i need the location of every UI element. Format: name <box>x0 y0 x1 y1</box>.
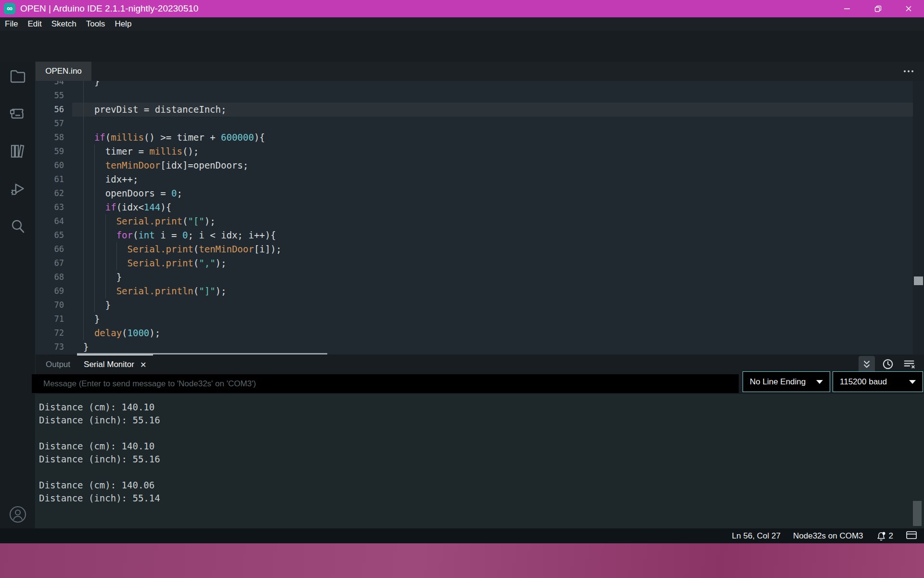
sidebar-item-sketchbook[interactable] <box>8 66 27 86</box>
code-line-73[interactable]: 73} <box>36 340 924 354</box>
line-number: 58 <box>36 131 64 144</box>
code-line-63[interactable]: 63 if(idx<144){ <box>36 200 924 214</box>
menu-item-tools[interactable]: Tools <box>81 19 110 29</box>
code-line-57[interactable]: 57 <box>36 117 924 131</box>
search-icon <box>10 218 26 235</box>
code-line-60[interactable]: 60 tenMinDoor[idx]=openDoors; <box>36 158 924 172</box>
books-icon <box>9 143 26 160</box>
code-line-59[interactable]: 59 timer = millis(); <box>36 144 924 158</box>
editor-tab-bar: OPEN.ino <box>36 62 924 81</box>
title-bar: ∞ OPEN | Arduino IDE 2.1.1-nightly-20230… <box>0 0 924 17</box>
code-line-71[interactable]: 71 } <box>36 312 924 326</box>
line-number: 69 <box>36 284 64 298</box>
clear-output-icon <box>903 358 915 370</box>
account-icon <box>9 505 27 524</box>
baud-rate-dropdown[interactable]: 115200 baud <box>833 371 923 392</box>
code-text: Serial.println("]"); <box>83 284 226 298</box>
code-line-56[interactable]: 56 prevDist = distanceInch; <box>36 103 924 117</box>
sidebar-item-boards-manager[interactable] <box>8 104 27 123</box>
bottom-panel-header: OutputSerial Monitor✕ <box>36 355 924 374</box>
serial-output-line: Distance (cm): 140.10 <box>39 440 924 453</box>
collapse-panel-button[interactable] <box>859 356 875 372</box>
panel-tabs: OutputSerial Monitor✕ <box>36 355 153 374</box>
code-line-69[interactable]: 69 Serial.println("]"); <box>36 284 924 298</box>
sidebar-item-debug[interactable] <box>8 179 27 198</box>
indent-guide <box>83 117 84 131</box>
chevron-down-icon <box>909 380 916 384</box>
code-line-67[interactable]: 67 Serial.print(","); <box>36 256 924 270</box>
code-line-70[interactable]: 70 } <box>36 298 924 312</box>
panel-tab-output[interactable]: Output <box>39 355 77 374</box>
code-text: } <box>83 340 89 354</box>
serial-output-line: Distance (inch): 55.16 <box>39 414 924 427</box>
menu-item-sketch[interactable]: Sketch <box>47 19 81 29</box>
panel-tab-label: Output <box>46 360 70 369</box>
menu-item-edit[interactable]: Edit <box>23 19 46 29</box>
editor-scrollbar-thumb[interactable] <box>914 276 923 285</box>
restore-icon <box>874 5 882 13</box>
code-line-72[interactable]: 72 delay(1000); <box>36 326 924 340</box>
code-line-66[interactable]: 66 Serial.print(tenMinDoor[i]); <box>36 242 924 256</box>
line-number: 71 <box>36 312 64 326</box>
editor-more-actions-button[interactable] <box>904 70 913 72</box>
code-line-65[interactable]: 65 for(int i = 0; i < idx; i++){ <box>36 228 924 242</box>
board-connection-status[interactable]: Node32s on COM3 <box>793 531 863 541</box>
line-ending-dropdown[interactable]: No Line Ending <box>743 371 830 392</box>
line-ending-value: No Line Ending <box>750 377 806 387</box>
indent-guide <box>83 89 84 103</box>
code-text: delay(1000); <box>83 326 160 340</box>
serial-monitor-output[interactable]: Distance (cm): 140.10Distance (inch): 55… <box>36 394 924 528</box>
code-text: Serial.print(tenMinDoor[i]); <box>83 242 282 256</box>
menu-item-help[interactable]: Help <box>110 19 136 29</box>
line-number: 55 <box>36 89 64 103</box>
code-text: } <box>83 298 111 312</box>
editor-scrollbar-track[interactable] <box>913 81 924 355</box>
notifications-button[interactable]: 2 <box>876 531 893 541</box>
clear-output-button[interactable] <box>901 356 917 372</box>
close-tab-icon[interactable]: ✕ <box>140 360 146 369</box>
code-line-64[interactable]: 64 Serial.print("["); <box>36 214 924 228</box>
window-title: OPEN | Arduino IDE 2.1.1-nightly-2023051… <box>20 3 198 14</box>
line-number: 62 <box>36 186 64 200</box>
code-text: tenMinDoor[idx]=openDoors; <box>83 158 248 172</box>
board-icon <box>9 105 26 122</box>
line-number: 54 <box>36 81 64 89</box>
account-button[interactable] <box>8 505 27 524</box>
tab-open-ino[interactable]: OPEN.ino <box>36 62 91 81</box>
code-text: idx++; <box>83 172 138 186</box>
close-button[interactable] <box>893 0 924 17</box>
minimize-button[interactable] <box>832 0 862 17</box>
serial-scrollbar-thumb[interactable] <box>913 501 922 526</box>
line-number: 70 <box>36 298 64 312</box>
line-number: 65 <box>36 228 64 242</box>
code-text: Serial.print(","); <box>83 256 226 270</box>
code-line-62[interactable]: 62 openDoors = 0; <box>36 186 924 200</box>
code-editor[interactable]: 54 }5556 prevDist = distanceInch;5758 if… <box>36 81 924 355</box>
line-number: 61 <box>36 172 64 186</box>
line-number: 72 <box>36 326 64 340</box>
code-line-61[interactable]: 61 idx++; <box>36 172 924 186</box>
code-line-68[interactable]: 68 } <box>36 270 924 284</box>
sidebar-item-search[interactable] <box>8 217 27 236</box>
code-text: } <box>83 312 100 326</box>
code-line-58[interactable]: 58 if(millis() >= timer + 600000){ <box>36 131 924 144</box>
sidebar-item-library-manager[interactable] <box>8 142 27 161</box>
serial-output-line: Distance (cm): 140.10 <box>39 401 924 414</box>
serial-message-input[interactable] <box>32 374 739 393</box>
panel-tab-serial-monitor[interactable]: Serial Monitor✕ <box>77 355 153 374</box>
code-text: for(int i = 0; i < idx; i++){ <box>83 228 276 242</box>
restore-button[interactable] <box>862 0 893 17</box>
line-number: 66 <box>36 242 64 256</box>
toggle-panel-button[interactable] <box>906 530 917 542</box>
code-text: timer = millis(); <box>83 144 199 158</box>
code-line-54[interactable]: 54 } <box>36 81 924 89</box>
cursor-position[interactable]: Ln 56, Col 27 <box>732 531 781 541</box>
debug-icon <box>9 181 26 197</box>
timestamp-toggle-button[interactable] <box>880 356 896 372</box>
bell-icon <box>876 531 886 541</box>
serial-message-row: No Line Ending 115200 baud <box>36 371 924 394</box>
line-number: 60 <box>36 158 64 172</box>
activity-bar <box>0 62 36 528</box>
menu-item-file[interactable]: File <box>0 19 23 29</box>
code-line-55[interactable]: 55 <box>36 89 924 103</box>
